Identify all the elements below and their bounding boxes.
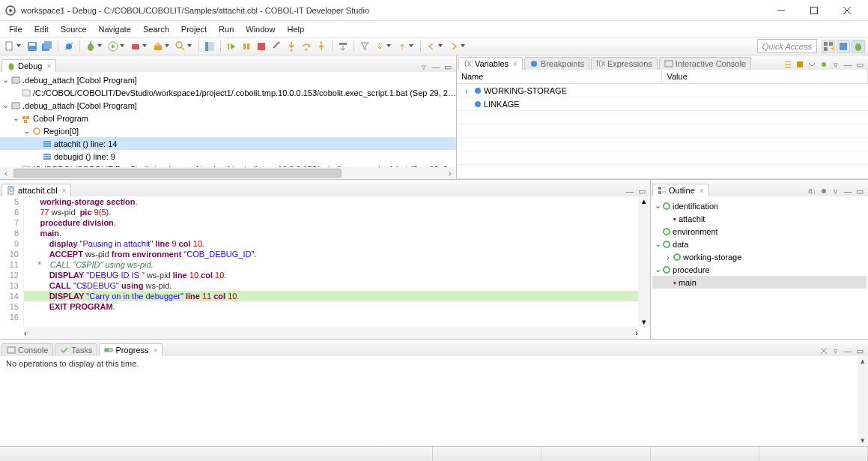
close-icon[interactable]: × [46, 62, 51, 70]
menu-run[interactable]: Run [213, 23, 240, 35]
menu-file[interactable]: File [3, 23, 28, 35]
view-menu-icon[interactable]: ▿ [419, 61, 429, 72]
back-icon[interactable] [425, 40, 438, 53]
close-icon[interactable]: × [154, 346, 158, 355]
remove-all-icon[interactable] [819, 346, 829, 356]
outline-main[interactable]: • main [652, 276, 867, 289]
disconnect-icon[interactable] [270, 40, 283, 53]
code-editor[interactable]: 5678910111213▸141516 working-storage sec… [0, 196, 650, 327]
search-icon[interactable] [174, 40, 187, 53]
toggle-breadcrumb-icon[interactable] [203, 40, 216, 53]
collapse-all-icon[interactable] [807, 59, 817, 70]
suspend-icon[interactable] [240, 40, 253, 53]
column-value[interactable]: Value [662, 70, 868, 83]
tab-console[interactable]: Console [1, 343, 53, 356]
horizontal-scrollbar[interactable]: ‹› [24, 327, 638, 339]
menu-source[interactable]: Source [55, 23, 93, 35]
view-menu-icon[interactable]: ▿ [831, 186, 841, 196]
column-name[interactable]: Name [457, 70, 663, 83]
minimize-view-icon[interactable]: — [843, 59, 853, 70]
outline-procedure[interactable]: ⌄ procedure [652, 263, 867, 276]
quick-access-input[interactable]: Quick Access [757, 39, 817, 53]
step-return-icon[interactable] [315, 40, 328, 53]
tab-variables[interactable]: (x) Variables × [458, 57, 523, 70]
vertical-scrollbar[interactable]: ▴▾ [858, 356, 868, 446]
menu-window[interactable]: Window [240, 23, 281, 35]
horizontal-scrollbar[interactable]: ‹ › [0, 167, 456, 179]
outline-identification[interactable]: ⌄ identification [652, 199, 867, 212]
variable-row[interactable]: ›WORKING-STORAGE [457, 84, 868, 97]
stack-frame[interactable]: debugid () line: 9 [0, 150, 456, 163]
tab-interactive-console[interactable]: Interactive Console [659, 57, 751, 70]
outline-environment[interactable]: environment [652, 225, 867, 238]
hide-fields-icon[interactable] [819, 186, 829, 196]
stack-frame-current[interactable]: attachit () line: 14 [0, 137, 456, 150]
close-icon[interactable]: × [62, 187, 67, 195]
debug-launch-2[interactable]: ⌄.debug_attach [Cobol Program] [0, 99, 456, 112]
menu-search[interactable]: Search [137, 23, 175, 35]
step-over-icon[interactable] [300, 40, 313, 53]
outline-working-storage[interactable]: › working-storage [652, 250, 867, 263]
tab-editor-file[interactable]: c attachit.cbl × [1, 184, 71, 196]
outline-data[interactable]: ⌄ data [652, 238, 867, 250]
minimize-view-icon[interactable]: — [625, 186, 635, 196]
maximize-view-icon[interactable]: ▭ [637, 186, 647, 196]
tab-expressions[interactable]: f(x) Expressions [591, 57, 658, 70]
prev-annotation-icon[interactable] [395, 40, 409, 53]
resume-icon[interactable] [225, 40, 238, 53]
menu-help[interactable]: Help [281, 23, 310, 35]
tab-breakpoints[interactable]: Breakpoints [524, 57, 589, 70]
menu-project[interactable]: Project [175, 23, 213, 35]
menu-navigate[interactable]: Navigate [93, 23, 137, 35]
show-logical-icon[interactable] [795, 59, 805, 70]
save-icon[interactable] [25, 40, 39, 53]
minimize-view-icon[interactable]: — [843, 186, 853, 196]
outline-tree[interactable]: ⌄ identification • attachit environment … [652, 198, 867, 290]
save-all-icon[interactable] [40, 40, 54, 53]
menu-edit[interactable]: Edit [28, 23, 55, 35]
terminate-icon[interactable] [255, 40, 268, 53]
show-type-names-icon[interactable] [783, 59, 793, 70]
pin-icon[interactable] [819, 59, 829, 70]
view-menu-icon[interactable]: ▿ [831, 59, 841, 70]
skip-breakpoints-icon[interactable] [62, 40, 76, 53]
close-icon[interactable]: × [699, 187, 704, 195]
variable-detail-pane[interactable] [457, 178, 868, 179]
ext-tools-icon[interactable] [129, 40, 142, 53]
maximize-view-icon[interactable]: ▭ [855, 59, 865, 70]
debug-launch-1[interactable]: ⌄.debug_attach [Cobol Program] [0, 73, 456, 86]
maximize-view-icon[interactable]: ▭ [443, 61, 453, 72]
drop-to-frame-icon[interactable] [336, 40, 350, 53]
sort-icon[interactable]: a↓ [807, 186, 817, 196]
close-icon[interactable]: × [513, 60, 518, 68]
minimize-view-icon[interactable]: — [431, 61, 441, 72]
run-icon[interactable] [106, 40, 120, 53]
view-menu-icon[interactable]: ▿ [831, 346, 841, 356]
variable-row[interactable]: LINKAGE [457, 97, 868, 111]
debug-process-1[interactable]: /C:/COBOL/COBOLIT/DevStudio/workspace1/p… [0, 86, 456, 99]
tab-debug[interactable]: Debug × [1, 59, 56, 72]
debug-thread[interactable]: ⌄Region[0] [0, 124, 456, 137]
minimize-view-icon[interactable]: — [843, 346, 853, 356]
next-annotation-icon[interactable] [373, 40, 386, 53]
use-step-filters-icon[interactable] [358, 40, 371, 53]
cobol-perspective-icon[interactable] [837, 40, 850, 53]
step-into-icon[interactable] [285, 40, 298, 53]
forward-icon[interactable] [447, 40, 461, 53]
open-perspective-icon[interactable]: + [822, 40, 835, 53]
maximize-button[interactable] [798, 0, 831, 21]
maximize-view-icon[interactable]: ▭ [855, 186, 865, 196]
new-icon[interactable] [3, 40, 16, 53]
maximize-view-icon[interactable]: ▭ [855, 346, 865, 356]
debug-target[interactable]: ⌄Cobol Program [0, 112, 456, 124]
build-icon[interactable] [151, 40, 165, 53]
debug-tree[interactable]: ⌄.debug_attach [Cobol Program] /C:/COBOL… [0, 72, 456, 177]
close-button[interactable] [831, 0, 864, 21]
tab-progress[interactable]: Progress × [99, 343, 163, 356]
variables-table[interactable]: ›WORKING-STORAGE LINKAGE [457, 84, 868, 178]
tab-outline[interactable]: Outline × [652, 184, 709, 196]
outline-program-id[interactable]: • attachit [652, 212, 867, 225]
debug-perspective-icon[interactable] [852, 40, 865, 53]
debug-icon[interactable] [84, 40, 97, 53]
minimize-button[interactable] [765, 0, 798, 21]
